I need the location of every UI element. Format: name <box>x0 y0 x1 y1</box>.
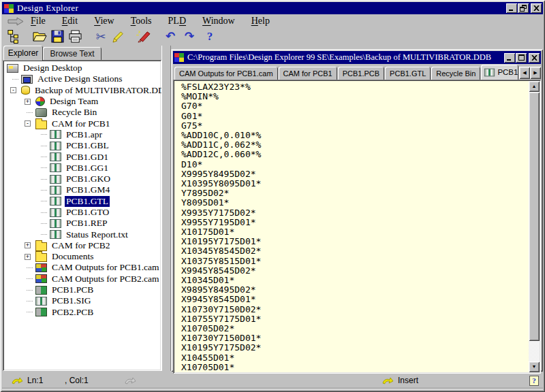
open-document-icon <box>32 30 48 43</box>
tab-browse-text[interactable]: Browse Text <box>43 47 102 60</box>
doc-maximize-button[interactable] <box>516 53 527 63</box>
menu-file[interactable]: File <box>31 16 46 27</box>
editor-content[interactable]: %FSLAX23Y23*%%MOIN*%G70*G01*G75*%ADD10C,… <box>174 81 529 372</box>
menu-pld[interactable]: PLD <box>168 16 186 27</box>
chevron-right-icon: ▶ <box>533 70 537 76</box>
menu-help[interactable]: Help <box>251 16 270 27</box>
redo-button[interactable]: ↷ <box>181 29 198 45</box>
design-explorer-window: Design Explorer FileEditViewToolsPLDWind… <box>0 0 545 392</box>
document-title-bar: C:\Program Files\Design Explorer 99 SE\E… <box>173 51 541 64</box>
code-line: X10755Y7175D01* <box>181 314 529 324</box>
save-button[interactable] <box>48 29 66 45</box>
undo-button[interactable]: ↶ <box>161 29 179 45</box>
tree-item-status-report-txt[interactable]: Status Report.txt <box>4 229 160 240</box>
tree-item-documents[interactable]: +Documents <box>4 251 160 262</box>
tree-item-design-desktop[interactable]: Design Desktop <box>4 63 160 74</box>
expander-plus-icon[interactable]: + <box>25 242 31 248</box>
system-menu-arrow-icon[interactable] <box>7 17 25 26</box>
tab-scroll-left-button[interactable]: ◀ <box>519 67 530 79</box>
editor-area: %FSLAX23Y23*%%MOIN*%G70*G01*G75*%ADD10C,… <box>173 80 541 374</box>
tree-item-cam-outputs-for-pcb1-cam[interactable]: CAM Outputs for PCB1.cam <box>4 262 160 273</box>
doc-minimize-button[interactable] <box>504 53 515 63</box>
scrollbar-track[interactable] <box>529 92 540 361</box>
tree-guide-line <box>12 79 18 80</box>
code-line: X10705D02* <box>181 324 529 333</box>
open-document-button[interactable] <box>31 29 48 45</box>
wizard-pen-button[interactable] <box>134 29 152 45</box>
code-line: X10175D01* <box>181 227 529 237</box>
expander-plus-icon[interactable]: + <box>25 99 31 105</box>
tree-item-label: Design Desktop <box>22 63 84 74</box>
tree-item-pcb1-gko[interactable]: PCB1.GKO <box>4 174 160 184</box>
tab-scroll-right-button[interactable]: ▶ <box>530 67 541 79</box>
tab-pcb1-gtl-active[interactable]: PCB1.GTL <box>481 65 518 80</box>
code-line: X10730Y7150D01* <box>181 333 529 343</box>
document-icon <box>50 175 61 184</box>
database-icon <box>21 86 30 95</box>
chevron-left-icon: ◀ <box>523 70 526 76</box>
document-icon <box>50 130 61 139</box>
expander-plus-icon[interactable]: + <box>25 254 31 260</box>
document-icon <box>50 230 61 239</box>
tree-item-pcb1-gto[interactable]: PCB1.GTO <box>4 207 160 218</box>
tree-item-pcb1-gd1[interactable]: PCB1.GD1 <box>4 151 160 162</box>
tree-item-active-design-stations[interactable]: Active Design Stations <box>4 74 160 84</box>
tree-item-cam-for-pcb1[interactable]: -CAM for PCB1 <box>4 118 160 129</box>
menu-view[interactable]: View <box>94 16 114 27</box>
menu-edit[interactable]: Edit <box>62 16 78 27</box>
tree-guide-line <box>41 212 47 213</box>
help-icon: ? <box>207 31 213 42</box>
status-column: , Col:1 <box>65 376 89 385</box>
tree-item-pcb1-gtl[interactable]: PCB1.GTL <box>4 196 160 207</box>
expander-minus-icon[interactable]: - <box>10 87 16 93</box>
tab-recycle-bin[interactable]: Recycle Bin <box>431 67 480 80</box>
tree-item-design-team[interactable]: +Design Team <box>4 96 160 107</box>
menu-window[interactable]: Window <box>202 16 235 27</box>
tab-pcb1-gtl[interactable]: PCB1.GTL <box>385 67 431 80</box>
undo-icon: ↶ <box>166 31 175 42</box>
help-button[interactable]: ? <box>201 29 219 45</box>
tab-cam-for-pcb1[interactable]: CAM for PCB1 <box>279 67 337 80</box>
minimize-button[interactable] <box>506 3 517 13</box>
design-team-icon <box>35 97 45 106</box>
tree-guide-line <box>41 167 47 168</box>
tree-item-cam-outputs-for-pcb2-cam[interactable]: CAM Outputs for PCB2.cam <box>4 274 160 284</box>
tree-item-pcb2-pcb[interactable]: PCB2.PCB <box>4 307 160 318</box>
close-button[interactable] <box>531 3 542 13</box>
tab-explorer[interactable]: Explorer <box>3 46 43 61</box>
tree-item-pcb1-rep[interactable]: PCB1.REP <box>4 218 160 229</box>
code-line: %ADD11C,0.062*% <box>181 140 529 150</box>
doc-close-button[interactable] <box>529 53 540 63</box>
status-help-button[interactable]: ? <box>529 376 539 386</box>
cut-button[interactable]: ✂ <box>92 29 110 45</box>
marker-tool-button[interactable] <box>110 29 127 45</box>
document-icon <box>50 152 61 161</box>
tree-item-pcb1-gbl[interactable]: PCB1.GBL <box>4 140 160 151</box>
scroll-down-button[interactable]: ▼ <box>529 361 540 372</box>
explorer-panel-button[interactable] <box>5 29 22 45</box>
menu-tools[interactable]: Tools <box>131 16 152 27</box>
tree-item-pcb1-apr[interactable]: PCB1.apr <box>4 129 160 140</box>
tab-pcb1-pcb[interactable]: PCB1.PCB <box>338 67 384 80</box>
tree-item-cam-for-pcb2[interactable]: +CAM for PCB2 <box>4 240 160 251</box>
tree-item-recycle-bin[interactable]: Recycle Bin <box>4 107 160 118</box>
scroll-up-button[interactable]: ▲ <box>529 81 540 92</box>
code-line: G01* <box>181 112 529 121</box>
expander-minus-icon[interactable]: - <box>25 120 31 127</box>
tree-item-backup-of-multivibrator-ddb[interactable]: -Backup of MULTIVIBRATOR.DDB <box>4 85 160 96</box>
tree-item-pcb1-pcb[interactable]: PCB1.PCB <box>4 284 160 295</box>
scrollbar-thumb[interactable] <box>529 92 540 341</box>
tree-item-pcb1-gm4[interactable]: PCB1.GM4 <box>4 184 160 195</box>
tree-guide-line <box>27 267 33 268</box>
tab-cam-outputs-for-pcb1-cam[interactable]: CAM Outputs for PCB1.cam <box>174 67 278 80</box>
tree-item-label: PCB1.SIG <box>50 295 92 306</box>
explorer-tree[interactable]: Design DesktopActive Design Stations-Bac… <box>3 60 161 371</box>
tree-item-pcb1-gg1[interactable]: PCB1.GG1 <box>4 163 160 174</box>
document-icon <box>484 68 495 76</box>
restore-button[interactable] <box>518 3 529 13</box>
desktop-icon <box>7 64 18 73</box>
cam-output-icon <box>35 263 47 272</box>
tree-item-pcb1-sig[interactable]: PCB1.SIG <box>4 295 160 306</box>
panel-splitter[interactable] <box>161 46 171 371</box>
print-button[interactable] <box>66 29 84 45</box>
